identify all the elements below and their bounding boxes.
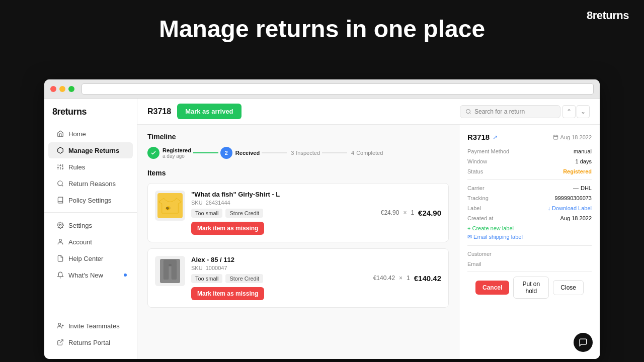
search-icon	[465, 109, 471, 115]
mark-as-arrived-button[interactable]: Mark as arrived	[177, 104, 241, 119]
sidebar-item-settings[interactable]: Settings	[48, 217, 133, 233]
pants-image	[160, 259, 180, 283]
info-row-created: Created at Aug 18 2022	[467, 215, 592, 221]
sidebar-item-return-reasons[interactable]: Return Reasons	[48, 175, 133, 192]
tag-too-small-1: Too small	[191, 209, 222, 218]
item-sku-2: SKU 1000047	[191, 265, 367, 271]
sidebar-label-policy-settings: Policy Settings	[68, 197, 111, 204]
brand-logo: 8returns	[587, 9, 629, 22]
tag-store-credit-1: Store Credit	[225, 209, 263, 218]
sidebar-brand-returns: returns	[57, 107, 87, 117]
sidebar-label-whats-new: What's New	[68, 272, 103, 279]
info-row-payment: Payment Method manual	[467, 148, 592, 154]
timeline-step-inspected: Inspected	[296, 150, 320, 156]
left-panel: Timeline Registered a day ago	[137, 125, 459, 359]
nav-prev-button[interactable]: ⌃	[562, 105, 576, 118]
nav-arrows: ⌃ ⌄	[562, 105, 590, 118]
item-image-2	[155, 256, 185, 286]
chat-bubble-button[interactable]	[574, 333, 593, 352]
sidebar-label-help-center: Help Center	[68, 255, 103, 262]
tshirt-image: 🐠	[157, 193, 183, 218]
sidebar-item-policy-settings[interactable]: Policy Settings	[48, 192, 133, 208]
timeline-label-inspected: Inspected	[296, 150, 320, 156]
hero-title: Manage returns in one place	[0, 0, 644, 53]
url-bar[interactable]	[82, 83, 594, 95]
svg-point-13	[58, 323, 61, 326]
sidebar-label-return-reasons: Return Reasons	[68, 180, 116, 188]
close-button[interactable]: Close	[553, 280, 584, 295]
browser-chrome	[44, 79, 600, 99]
right-panel: R3718 ↗ Aug 18 2022 Payment Method manua…	[459, 125, 600, 359]
svg-line-18	[469, 113, 470, 114]
timeline-step-received: 2 Received	[220, 147, 260, 159]
sidebar-label-portal: Returns Portal	[68, 339, 110, 346]
svg-point-9	[58, 181, 62, 186]
sidebar-label-account: Account	[68, 238, 92, 246]
timeline-label-received: Received	[235, 150, 260, 156]
item-card-1: 🐠 "What da fish" Girly-Shirt - L SKU 264…	[147, 183, 449, 242]
timeline-num-3: 3	[291, 150, 294, 156]
carrier-dash: —	[573, 185, 579, 191]
cancel-button[interactable]: Cancel	[475, 281, 509, 295]
qty-1: 1	[411, 209, 414, 216]
timeline-title: Timeline	[147, 133, 449, 141]
label-payment: Payment Method	[467, 148, 513, 154]
email-shipping-label-link[interactable]: ✉ Email shipping label	[467, 234, 592, 240]
item-details-1: "What da fish" Girly-Shirt - L SKU 26431…	[191, 191, 375, 235]
window-close-dot[interactable]	[50, 86, 56, 92]
value-tracking: 999990306073	[513, 195, 592, 201]
item-card-2: Alex - 85 / 112 SKU 1000047 Too small St…	[147, 248, 449, 308]
item-image-1: 🐠	[155, 191, 185, 221]
sidebar-item-whats-new[interactable]: What's New	[48, 267, 133, 283]
value-window: 1 days	[513, 158, 592, 164]
timeline-line-1	[193, 152, 218, 153]
sidebar-item-returns-portal[interactable]: Returns Portal	[48, 334, 133, 350]
calendar-icon	[553, 134, 558, 140]
sidebar-item-rules[interactable]: Rules	[48, 159, 133, 175]
create-new-label-link[interactable]: + Create new label	[467, 225, 592, 231]
sidebar-item-manage-returns[interactable]: Manage Returns	[48, 142, 133, 158]
whats-new-notification-dot	[124, 274, 127, 277]
sidebar-item-help-center[interactable]: Help Center	[48, 250, 133, 266]
sidebar-item-invite-teammates[interactable]: Invite Teammates	[48, 318, 133, 334]
label-status: Status	[467, 168, 513, 174]
sidebar-bottom-section: Settings Account Help Center	[44, 212, 137, 288]
item-price-2: €140.42 × 1 €140.42	[373, 274, 441, 283]
put-on-hold-button[interactable]: Put on hold	[513, 277, 549, 299]
sidebar-label-rules: Rules	[68, 163, 85, 171]
carrier-name: DHL	[581, 185, 592, 191]
item-sku-1: SKU 26431444	[191, 200, 375, 206]
right-date: Aug 18 2022	[553, 134, 592, 140]
external-link-icon[interactable]: ↗	[493, 134, 498, 141]
download-arrow: ↓	[548, 205, 551, 211]
label-window: Window	[467, 158, 513, 164]
brand-returns: returns	[593, 9, 629, 22]
sidebar-item-home[interactable]: Home	[48, 126, 133, 142]
mark-missing-button-1[interactable]: Mark item as missing	[191, 222, 264, 235]
bell-icon	[56, 271, 64, 279]
sidebar-item-account[interactable]: Account	[48, 234, 133, 250]
mark-missing-button-2[interactable]: Mark item as missing	[191, 287, 264, 300]
tag-store-credit-2: Store Credit	[225, 274, 263, 283]
divider-2	[467, 245, 592, 246]
value-created: Aug 18 2022	[513, 215, 592, 221]
download-label-link[interactable]: ↓ Download Label	[548, 205, 592, 211]
info-row-tracking: Tracking 999990306073	[467, 195, 592, 201]
timeline-section: Timeline Registered a day ago	[147, 133, 449, 159]
search-input[interactable]	[474, 108, 555, 115]
tag-too-small-2: Too small	[191, 274, 222, 283]
browser-window: 8returns Home Manage Returns	[44, 79, 600, 359]
window-maximize-dot[interactable]	[68, 86, 74, 92]
nav-next-button[interactable]: ⌄	[577, 105, 590, 118]
app-layout: 8returns Home Manage Returns	[44, 99, 600, 359]
search-input-wrap[interactable]	[460, 105, 560, 118]
timeline-label-completed: Completed	[356, 150, 383, 156]
invite-icon	[56, 322, 64, 330]
home-icon	[56, 130, 64, 138]
divider-1	[467, 179, 592, 180]
sidebar-label-settings: Settings	[68, 222, 92, 229]
download-label-text: Download Label	[552, 205, 592, 211]
window-minimize-dot[interactable]	[59, 86, 65, 92]
tshirt-svg: 🐠	[157, 193, 183, 218]
svg-point-11	[59, 224, 61, 226]
